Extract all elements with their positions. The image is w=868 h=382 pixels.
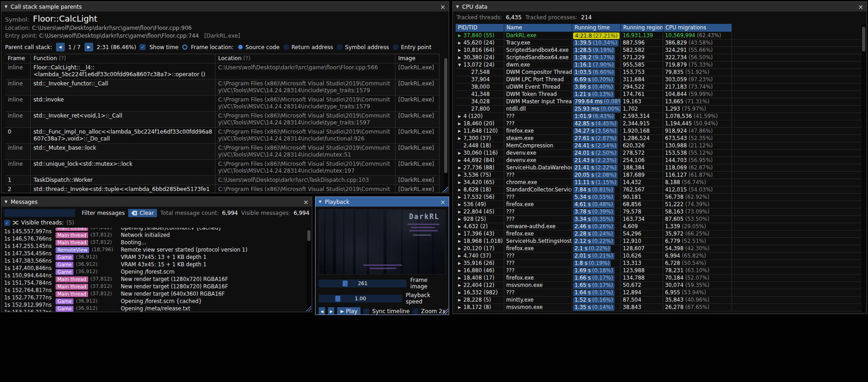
messages-titlebar[interactable]: ▼ Messages × (1, 197, 312, 207)
callstack-titlebar[interactable]: ▼ Call stack sample parents × (1, 2, 449, 11)
function-cell[interactable]: std::_Mutex_base::lock (31, 144, 215, 159)
expand-icon[interactable]: ▶ (457, 135, 462, 142)
close-icon[interactable]: × (440, 4, 445, 10)
scrollbar-thumb[interactable] (307, 230, 310, 241)
cpu-row[interactable]: ▶ 35,916 (26) ??? 1.8 s(0.19%) 13,313 6,… (456, 260, 867, 267)
expand-icon[interactable]: ▶ (457, 267, 462, 274)
collapse-icon[interactable]: ▼ (319, 200, 321, 204)
cpu-scrollbar[interactable] (862, 24, 866, 312)
cpu-row[interactable]: ▶ 18,460 (20) ??? 42.85 s(4.45%) 2,344,9… (456, 120, 867, 128)
cpu-row[interactable]: ▶ 30,380 (24) ScriptedSandbox64.exe 1:28… (456, 54, 867, 62)
radio-icon[interactable] (393, 44, 399, 50)
column-header-pid[interactable]: PID/TID (456, 24, 504, 32)
callstack-row[interactable]: inline std::_Invoker_ret<void,1>::_Call … (5, 112, 440, 128)
message-filter-input[interactable] (4, 209, 75, 217)
column-header-running-time[interactable]: Running time (572, 24, 620, 32)
cpu-row[interactable]: ▶ 20,120 (17) firefox.exe 2.1 s(0.22%) 1… (456, 245, 867, 253)
expand-icon[interactable]: ▼ (457, 62, 462, 68)
expand-icon[interactable]: ▶ (457, 39, 462, 46)
collapse-icon[interactable]: ▼ (5, 5, 7, 9)
sync-timeline-checkbox[interactable] (363, 309, 369, 315)
column-header-function[interactable]: Function (?) (31, 54, 215, 63)
next-frame-button[interactable]: ▶ (328, 307, 334, 315)
cpu-row[interactable]: 34,028 DWM Master Input Thread 799.64 ms… (456, 98, 867, 106)
expand-icon[interactable]: ▶ (457, 260, 462, 267)
function-cell[interactable]: std::_Func_impl_no_alloc<<lambda_5bc224f… (31, 128, 215, 143)
cpu-row[interactable]: ▶ 22,404 (12) msvsmon.exe 1.65 s(0.17%) … (456, 282, 867, 289)
cpu-row[interactable]: ▶ 28,228 (5) mintty.exe 1.52 s(0.16%) 87… (456, 297, 867, 304)
callstack-row[interactable]: inline std::invoke C:\Program Files (x86… (5, 96, 440, 112)
expand-icon[interactable]: ▶ (457, 304, 462, 311)
previous-frame-button[interactable]: ◀ (319, 307, 325, 315)
function-cell[interactable]: std::unique_lock<std::mutex>::lock (31, 160, 215, 175)
play-button[interactable]: ▶ Play (337, 307, 361, 315)
next-parent-button[interactable]: ▶ (85, 43, 93, 51)
zoom-2x-checkbox[interactable] (412, 309, 418, 315)
cpu-row[interactable]: ▶ 17,396 (43) firefox.exe 2.28 s(0.24%) … (456, 230, 867, 238)
expand-icon[interactable]: ▶ (457, 216, 462, 223)
expand-icon[interactable]: ▶ (457, 113, 462, 120)
function-cell[interactable]: Floor::CalcLight::__l4::<lambda_5bc224f1… (31, 63, 215, 79)
expand-icon[interactable]: ▶ (457, 47, 462, 54)
clear-button[interactable]: Clear (128, 209, 157, 217)
cpu-row[interactable]: ▶ 18,172 (8) msvsmon.exe 1.35 s(0.14%) 3… (456, 304, 867, 311)
callstack-row[interactable]: 1 TaskDispatch::Worker C:\Users\wolf\Des… (5, 176, 440, 185)
expand-icon[interactable]: ▶ (457, 201, 462, 208)
collapse-icon[interactable]: ▼ (456, 5, 459, 9)
expand-icon[interactable]: ▶ (457, 164, 462, 171)
expand-icon[interactable]: ▶ (457, 32, 462, 39)
show-time-checkbox[interactable]: ✓ (140, 44, 146, 50)
expand-icon[interactable]: ▶ (457, 275, 462, 281)
frame-slider[interactable]: 261 (319, 280, 406, 287)
cpu-row[interactable]: ▶ 45,620 (24) Tracy.exe 1:39.5(10.34%) 8… (456, 39, 867, 47)
callstack-scrollbar[interactable] (444, 57, 448, 191)
cpu-row[interactable]: ▶ 4 (120) ??? 1:01.9(6.43%) 2,593,314 1,… (456, 113, 867, 120)
cpu-row[interactable]: ▶ 27,736 (88) ServiceHub.DataWarehouse 2… (456, 164, 867, 172)
resize-grip[interactable] (305, 305, 311, 311)
expand-icon[interactable]: ▶ (457, 297, 462, 303)
expand-icon[interactable]: ▶ (457, 128, 462, 135)
expand-icon[interactable]: ▶ (457, 194, 462, 201)
radio-icon[interactable] (237, 44, 243, 50)
cpu-row[interactable]: 2,448 (18) MemCompression 24.41 s(2.54%)… (456, 142, 867, 150)
function-cell[interactable]: TaskDispatch::Worker (31, 176, 215, 185)
cpu-row[interactable]: ▶ 536 (49) firefox.exe 4.61 s(0.48%) 68,… (456, 201, 867, 208)
function-cell[interactable]: std::_Invoker_functor::_Call (31, 79, 215, 95)
cpu-titlebar[interactable]: ▼ CPU data × (453, 2, 867, 11)
callstack-row[interactable]: inline Floor::CalcLight::__l4::<lambda_5… (5, 63, 440, 79)
cpu-row[interactable]: 41,348 DWM Token Thread 1.21 s(0.13%) 17… (456, 91, 867, 98)
callstack-row[interactable]: 2 std::thread::_Invoke<std::tuple<<lambd… (5, 185, 440, 193)
frame-location-option[interactable]: Entry point (393, 44, 431, 51)
function-cell[interactable]: std::invoke (31, 96, 215, 111)
cpu-row[interactable]: ▶ 4,740 (37) ??? 2.01 s(0.21%) 10,626 6,… (456, 253, 867, 260)
cpu-row[interactable]: 27,548 DWM Compositor Thread 1:03.5(6.60… (456, 69, 867, 76)
cpu-row[interactable]: 27,800 ntdll.dll 25.93 ms(0.00%) 1,702 1… (456, 106, 867, 113)
cpu-row[interactable]: ▶ 34,420 (65) chrome.exe 11.11 s(1.15%) … (456, 179, 867, 186)
function-cell[interactable]: std::thread::_Invoke<std::tuple<<lambda_… (31, 185, 215, 193)
cpu-row[interactable]: ▶ 11,648 (120) firefox.exe 34.27 s(3.56%… (456, 128, 867, 135)
expand-icon[interactable]: ▶ (457, 172, 462, 179)
messages-scrollbar[interactable] (307, 228, 311, 310)
resize-grip[interactable] (442, 308, 448, 314)
scrollbar-thumb[interactable] (862, 27, 865, 51)
cpu-row[interactable]: ▶ 30,060 (116) devenv.exe 24.01 s(2.50%)… (456, 150, 867, 157)
cpu-row[interactable]: 38,000 uDWM Event Thread 3.86 s(0.40%) 2… (456, 84, 867, 91)
resize-grip[interactable] (442, 186, 448, 192)
expand-icon[interactable]: ▶ (457, 186, 462, 193)
frame-location-option[interactable]: Source code (237, 44, 280, 51)
playback-titlebar[interactable]: ▼ Playback × (316, 197, 449, 207)
expand-icon[interactable]: ▶ (457, 223, 462, 230)
expand-icon[interactable]: ▶ (457, 253, 462, 259)
cpu-row[interactable]: ▶ 44,692 (84) devenv.exe 21.43 s(2.23%) … (456, 157, 867, 164)
radio-icon[interactable] (337, 44, 343, 50)
column-header-running-regions[interactable]: Running regions (621, 24, 663, 32)
cpu-row[interactable]: ▶ 16,332 (982) ??? 1.64 s(0.17%) 12,894 … (456, 289, 867, 297)
cpu-row[interactable]: ▶ 18,968 (1,018) ServiceHub.SettingsHost… (456, 238, 867, 245)
threads-checkbox[interactable]: ✓ (4, 220, 10, 226)
close-icon[interactable]: × (303, 199, 309, 205)
close-icon[interactable]: × (440, 199, 445, 205)
expand-icon[interactable]: ▶ (457, 208, 462, 215)
scrollbar-thumb[interactable] (444, 58, 447, 173)
expand-icon[interactable]: ▶ (457, 238, 462, 245)
expand-icon[interactable]: ▶ (457, 245, 462, 252)
